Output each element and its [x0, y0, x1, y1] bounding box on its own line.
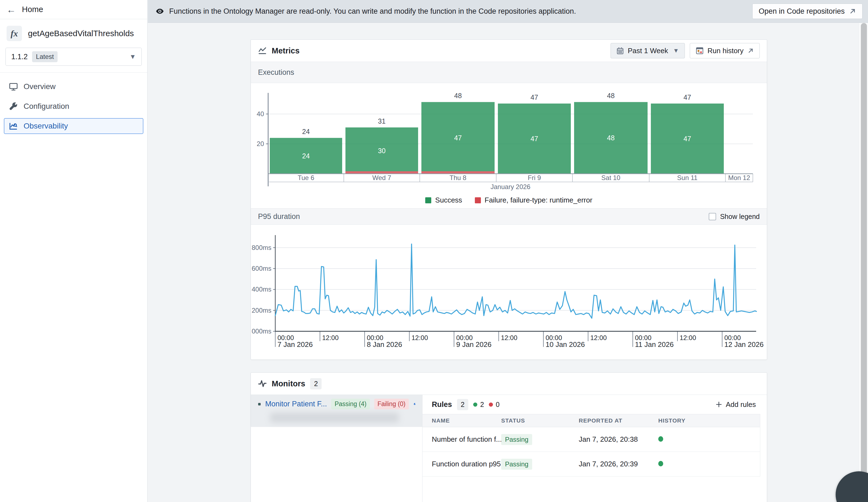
- sidebar-item-observability[interactable]: Observability: [4, 118, 143, 134]
- executions-chart: 20402424Tue 63130Wed 74847Thu 84747Fri 9…: [251, 83, 767, 205]
- rule-name: Number of function f...: [423, 435, 501, 443]
- executions-legend: Success Failure, failure-type: runtime_e…: [251, 196, 767, 205]
- svg-text:10 Jan 2026: 10 Jan 2026: [546, 340, 585, 348]
- wrench-icon: [9, 102, 18, 111]
- monitors-title: Monitors: [272, 379, 305, 388]
- monitor-view-icon: [258, 400, 261, 409]
- svg-text:24: 24: [302, 128, 310, 135]
- svg-text:48: 48: [454, 92, 462, 100]
- home-nav[interactable]: ← Home: [0, 0, 147, 19]
- monitors-panel: Monitors 2 Monitor Patient F... Passing …: [251, 373, 767, 502]
- back-arrow-icon[interactable]: ←: [7, 5, 16, 14]
- svg-text:Thu 8: Thu 8: [450, 174, 466, 181]
- svg-text:48: 48: [607, 92, 615, 100]
- svg-text:12:00: 12:00: [322, 334, 339, 342]
- svg-text:600ms: 600ms: [252, 265, 271, 272]
- monitor-list: Monitor Patient F... Passing (4) Failing…: [251, 395, 423, 502]
- scrollbar-thumb[interactable]: [861, 23, 867, 489]
- svg-text:January 2026: January 2026: [490, 183, 530, 190]
- rules-failing-count: 0: [489, 401, 499, 409]
- help-widget-button[interactable]: [836, 471, 868, 502]
- svg-text:Sun 11: Sun 11: [677, 174, 698, 181]
- sidebar-item-configuration[interactable]: Configuration: [4, 98, 143, 114]
- timeline-chart-icon: [258, 46, 267, 55]
- rules-table: NAME STATUS REPORTED AT HISTORY Number o…: [423, 414, 760, 477]
- svg-text:9 Jan 2026: 9 Jan 2026: [456, 340, 492, 348]
- sidebar-item-overview[interactable]: Overview: [4, 79, 143, 95]
- passing-count: 2: [480, 401, 484, 409]
- p95-line-chart: 000ms200ms400ms600ms800ms00:007 Jan 2026…: [251, 225, 767, 348]
- svg-text:800ms: 800ms: [252, 244, 271, 251]
- column-header-reported-at: REPORTED AT: [579, 417, 658, 424]
- open-in-code-repositories-button[interactable]: Open in Code repositories: [752, 3, 862, 19]
- legend-item-success[interactable]: Success: [425, 196, 462, 205]
- svg-text:12:00: 12:00: [590, 334, 607, 342]
- svg-text:12:00: 12:00: [680, 334, 696, 342]
- svg-text:30: 30: [378, 147, 386, 155]
- svg-text:Mon 12: Mon 12: [728, 174, 750, 181]
- time-range-dropdown[interactable]: Past 1 Week ▼: [611, 43, 685, 59]
- add-rules-label: Add rules: [726, 400, 756, 409]
- red-dot-icon: [489, 402, 493, 407]
- chevron-down-icon: ▼: [673, 47, 679, 54]
- show-legend-label: Show legend: [720, 213, 760, 221]
- rules-title: Rules: [432, 400, 452, 409]
- svg-text:20: 20: [257, 140, 264, 147]
- executions-section-title: Executions: [258, 68, 294, 77]
- metrics-title: Metrics: [272, 46, 300, 55]
- svg-text:400ms: 400ms: [252, 285, 271, 293]
- metrics-panel: Metrics Past 1 Week ▼: [251, 40, 767, 360]
- failing-count: 0: [496, 401, 499, 409]
- show-legend-checkbox[interactable]: [709, 213, 716, 220]
- reported-at: Jan 7, 2026, 20:39: [579, 460, 658, 468]
- chevron-down-icon: ▼: [130, 53, 136, 61]
- svg-text:40: 40: [257, 110, 264, 117]
- svg-text:7 Jan 2026: 7 Jan 2026: [278, 340, 313, 348]
- external-link-icon: [849, 8, 856, 15]
- svg-text:31: 31: [378, 117, 386, 125]
- monitor-name-link[interactable]: Monitor Patient F...: [265, 400, 327, 408]
- rule-row[interactable]: Function duration p95 Passing Jan 7, 202…: [423, 452, 760, 477]
- column-header-name: NAME: [423, 417, 501, 424]
- add-rules-button[interactable]: Add rules: [713, 398, 758, 411]
- svg-text:12:00: 12:00: [412, 334, 428, 342]
- svg-text:Sat 10: Sat 10: [601, 174, 620, 181]
- status-badge: Passing: [501, 459, 532, 470]
- rule-row[interactable]: Number of function f... Passing Jan 7, 2…: [423, 427, 760, 452]
- status-badge: Passing: [501, 434, 532, 445]
- open-in-code-repositories-label: Open in Code repositories: [758, 7, 845, 15]
- rules-passing-count: 2: [473, 401, 484, 409]
- sidebar-item-label: Configuration: [23, 102, 69, 111]
- rule-name: Function duration p95: [423, 460, 501, 468]
- svg-text:47: 47: [683, 135, 691, 143]
- svg-text:200ms: 200ms: [252, 307, 271, 314]
- svg-text:12:00: 12:00: [501, 334, 517, 342]
- passing-badge: Passing (4): [331, 399, 370, 409]
- column-header-history: HISTORY: [658, 417, 760, 424]
- reported-at: Jan 7, 2026, 20:38: [579, 435, 658, 443]
- svg-text:48: 48: [607, 134, 615, 142]
- run-history-button[interactable]: Run history: [690, 43, 760, 59]
- column-header-status: STATUS: [501, 417, 579, 424]
- legend-item-failure[interactable]: Failure, failure-type: runtime_error: [475, 196, 592, 205]
- failure-swatch: [475, 197, 481, 203]
- monitor-list-item[interactable]: Monitor Patient F... Passing (4) Failing…: [251, 395, 422, 427]
- version-select[interactable]: 1.1.2 Latest ▼: [6, 48, 142, 66]
- version-latest-badge: Latest: [32, 51, 58, 62]
- read-only-banner: Functions in the Ontology Manager are re…: [148, 0, 868, 23]
- eye-icon: [155, 7, 164, 15]
- legend-label: Success: [435, 196, 462, 205]
- success-swatch: [425, 197, 431, 203]
- run-history-label: Run history: [707, 46, 744, 55]
- bell-subscribe-icon[interactable]: [413, 399, 416, 409]
- history-dot-icon: [658, 461, 663, 467]
- history-dot-icon: [658, 436, 663, 442]
- function-icon: fx: [7, 26, 22, 41]
- svg-text:11 Jan 2026: 11 Jan 2026: [635, 340, 674, 348]
- time-range-label: Past 1 Week: [628, 46, 668, 55]
- p95-section-title: P95 duration: [258, 212, 300, 221]
- legend-label: Failure, failure-type: runtime_error: [485, 196, 592, 205]
- redacted-text: [270, 413, 399, 422]
- run-history-icon: [695, 46, 704, 55]
- failing-badge: Failing (0): [374, 399, 409, 409]
